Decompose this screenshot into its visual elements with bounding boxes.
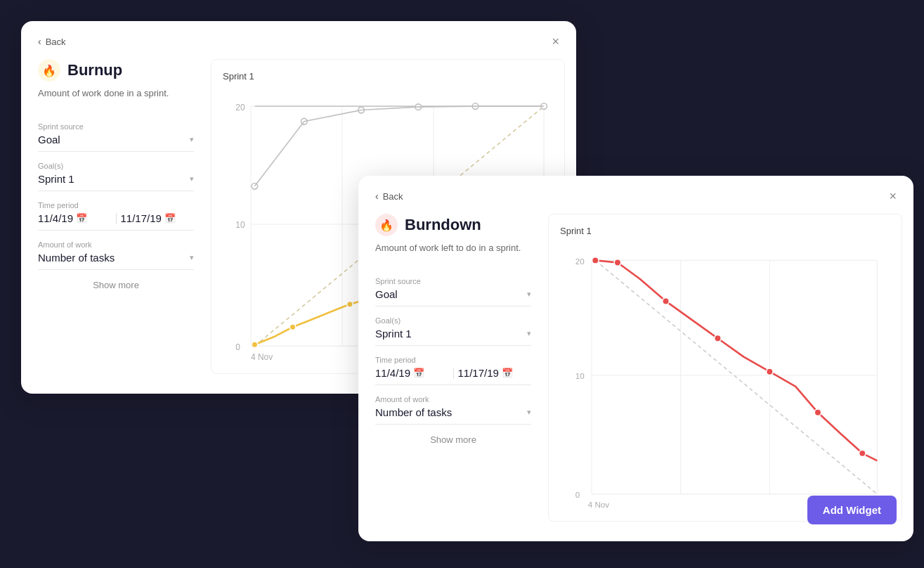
burndown-chart-title: Sprint 1: [560, 226, 890, 236]
burndown-back-chevron-icon: ‹: [375, 191, 379, 202]
svg-text:20: 20: [235, 103, 245, 112]
burndown-goals-field[interactable]: Sprint 1 ▾: [375, 328, 531, 346]
burnup-sprint-source-label: Sprint source: [38, 122, 194, 131]
back-chevron-icon: ‹: [38, 36, 41, 47]
burndown-goals-chevron-icon: ▾: [527, 329, 531, 338]
svg-point-13: [347, 301, 353, 307]
burndown-time-period-label: Time period: [375, 356, 531, 364]
burnup-amount-field[interactable]: Number of tasks ▾: [38, 252, 194, 270]
burnup-description: Amount of work done in a sprint.: [38, 87, 194, 100]
burnup-amount-label: Amount of work: [38, 240, 194, 249]
svg-text:0: 0: [235, 342, 240, 352]
burnup-icon: 🔥: [38, 59, 60, 82]
burnup-amount-value: Number of tasks: [38, 252, 115, 264]
svg-point-41: [814, 409, 821, 416]
burnup-title: Burnup: [67, 61, 122, 79]
svg-point-11: [252, 342, 258, 348]
svg-text:4 Nov: 4 Nov: [251, 352, 273, 361]
burndown-chart-container: Sprint 1 20 10 0: [548, 214, 902, 522]
svg-text:0: 0: [575, 490, 580, 499]
date-separator: [116, 213, 117, 224]
burndown-sprint-source-chevron-icon: ▾: [527, 290, 531, 299]
svg-point-38: [663, 298, 670, 305]
amount-chevron-icon: ▾: [190, 253, 194, 262]
svg-text:10: 10: [235, 220, 245, 230]
burndown-chart-area: Sprint 1 20 10 0: [548, 202, 913, 533]
burndown-calendar-start-icon: 📅: [413, 368, 424, 378]
burndown-amount-chevron-icon: ▾: [527, 408, 531, 417]
svg-point-39: [715, 335, 722, 342]
burnup-sprint-source-value: Goal: [38, 134, 60, 146]
burndown-close-icon: ×: [889, 189, 897, 203]
burndown-back-label: Back: [383, 191, 403, 202]
burnup-date-start[interactable]: 11/4/19 📅: [38, 212, 112, 224]
burnup-header: ‹ Back ×: [21, 21, 576, 48]
burndown-amount-field[interactable]: Number of tasks ▾: [375, 406, 531, 425]
svg-text:10: 10: [575, 371, 585, 380]
burndown-sprint-source-value: Goal: [375, 288, 398, 300]
burndown-date-row: 11/4/19 📅 11/17/19 📅: [375, 367, 531, 385]
burndown-calendar-end-icon: 📅: [502, 368, 513, 378]
burndown-sprint-source-field[interactable]: Goal ▾: [375, 288, 531, 306]
burnup-back-button[interactable]: ‹ Back: [38, 36, 66, 47]
burnup-sidebar: 🔥 Burnup Amount of work done in a sprint…: [21, 48, 211, 385]
burndown-date-end[interactable]: 11/17/19 📅: [458, 367, 532, 379]
svg-point-36: [592, 257, 599, 264]
burndown-goals-label: Goal(s): [375, 316, 531, 325]
goals-chevron-icon: ▾: [190, 174, 194, 183]
burndown-title: Burndown: [405, 216, 481, 234]
svg-point-40: [767, 368, 774, 375]
burndown-panel: ‹ Back × 🔥 Burndown Amount of work left …: [358, 176, 913, 541]
burnup-title-row: 🔥 Burnup: [38, 59, 194, 82]
burndown-date-separator: [453, 368, 454, 379]
calendar-start-icon: 📅: [76, 213, 87, 224]
burnup-chart-title: Sprint 1: [223, 71, 553, 82]
burndown-sprint-source-label: Sprint source: [375, 277, 531, 285]
burnup-date-row: 11/4/19 📅 11/17/19 📅: [38, 212, 194, 231]
burnup-goals-label: Goal(s): [38, 162, 194, 170]
burndown-body: 🔥 Burndown Amount of work left to do in …: [358, 202, 913, 533]
burndown-goals-value: Sprint 1: [375, 328, 412, 340]
svg-point-12: [289, 324, 296, 330]
burndown-chart-svg: 20 10 0: [560, 242, 890, 509]
burndown-sidebar: 🔥 Burndown Amount of work left to do in …: [358, 202, 548, 533]
add-widget-button[interactable]: Add Widget: [807, 496, 897, 524]
burnup-sprint-source-field[interactable]: Goal ▾: [38, 134, 194, 152]
svg-text:20: 20: [575, 257, 585, 266]
burnup-date-end[interactable]: 11/17/19 📅: [121, 212, 195, 224]
burndown-icon: 🔥: [375, 214, 398, 236]
burnup-goals-field[interactable]: Sprint 1 ▾: [38, 173, 194, 191]
back-label: Back: [46, 37, 66, 47]
burndown-amount-label: Amount of work: [375, 395, 531, 404]
svg-point-42: [859, 450, 866, 457]
burndown-show-more-button[interactable]: Show more: [375, 434, 531, 445]
burnup-show-more-button[interactable]: Show more: [38, 280, 194, 290]
svg-line-35: [595, 260, 877, 494]
burnup-goals-value: Sprint 1: [38, 173, 74, 185]
burndown-date-start[interactable]: 11/4/19 📅: [375, 367, 449, 379]
svg-point-37: [614, 259, 621, 266]
sprint-source-chevron-icon: ▾: [190, 135, 194, 144]
burndown-description: Amount of work left to do in a sprint.: [375, 242, 531, 254]
burndown-amount-value: Number of tasks: [375, 406, 452, 418]
burnup-time-period-label: Time period: [38, 201, 194, 209]
burndown-title-row: 🔥 Burndown: [375, 214, 531, 236]
calendar-end-icon: 📅: [164, 213, 176, 224]
burndown-close-button[interactable]: ×: [889, 190, 897, 202]
svg-text:4 Nov: 4 Nov: [588, 500, 610, 509]
burndown-back-button[interactable]: ‹ Back: [375, 191, 403, 202]
close-icon: ×: [552, 34, 559, 49]
burndown-header: ‹ Back ×: [358, 176, 913, 202]
burnup-close-button[interactable]: ×: [552, 35, 559, 48]
